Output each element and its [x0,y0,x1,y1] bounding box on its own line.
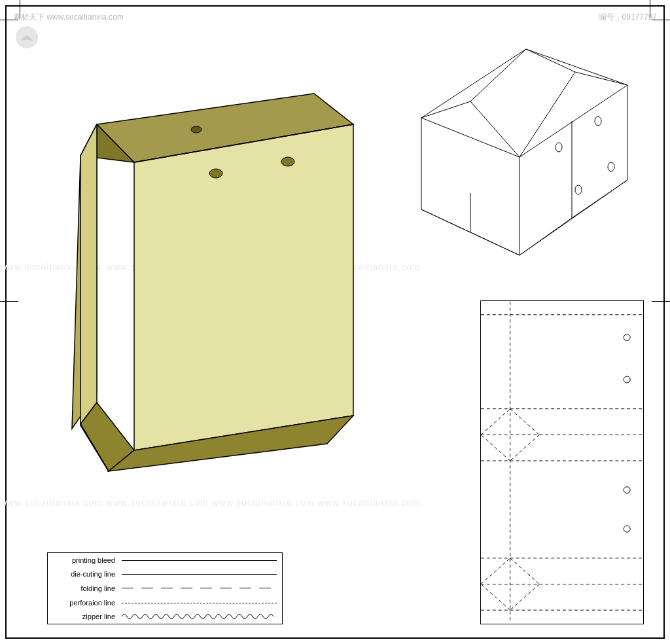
svg-point-54 [624,334,630,341]
svg-line-29 [470,232,520,255]
svg-line-46 [481,409,510,435]
svg-line-30 [520,218,572,255]
svg-line-50 [481,558,510,584]
svg-line-28 [421,209,470,232]
svg-line-23 [470,49,526,101]
legend-row: printing bleed [48,553,282,567]
svg-line-53 [481,584,510,611]
svg-line-48 [510,435,540,461]
svg-line-51 [510,558,540,584]
svg-line-27 [520,72,575,157]
svg-point-56 [624,487,630,493]
legend-box: printing bleed die-cuting line folding l… [47,552,283,624]
svg-marker-8 [134,124,353,450]
watermark-header: 素材天下 www.sucaitianxia.com 编号：09177797 [13,12,657,23]
svg-point-13 [281,157,294,166]
crop-mark [652,301,670,302]
legend-row: folding line [48,581,282,596]
svg-line-49 [481,435,510,461]
svg-line-52 [510,584,540,611]
legend-row: die-cuting line [48,567,282,582]
legend-row: zipper line [48,609,282,624]
legend-label: die-cuting line [53,570,122,578]
legend-row: perforaion line [48,596,282,610]
svg-point-57 [624,526,630,532]
svg-point-55 [624,376,630,383]
legend-line-solid [122,569,277,579]
svg-point-35 [595,116,601,126]
svg-marker-5 [80,124,97,424]
legend-line-solid [122,556,277,565]
bag-3d-colored [46,52,412,497]
watermark-id: 编号：09177797 [599,12,657,23]
svg-line-24 [526,49,575,72]
legend-label: folding line [53,584,122,592]
legend-line-dash [122,598,277,607]
bag-3d-wireframe [395,36,650,278]
watermark-logo-icon [14,25,39,50]
svg-point-36 [575,185,582,194]
svg-line-26 [470,101,520,157]
dieline-flat [480,300,644,624]
svg-line-25 [575,72,627,85]
legend-line-dash-long [122,584,277,593]
legend-label: zipper line [53,613,122,620]
svg-point-14 [191,126,202,133]
svg-point-34 [555,143,562,152]
watermark-site: 素材天下 www.sucaitianxia.com [13,12,124,23]
legend-label: perforaion line [53,599,122,607]
svg-line-22 [421,101,470,118]
legend-label: printing bleed [53,556,122,564]
svg-point-37 [608,162,614,171]
svg-marker-16 [421,49,627,157]
svg-line-47 [510,409,540,435]
legend-line-zipper [122,612,277,621]
svg-point-12 [209,169,222,178]
crop-mark [0,301,18,302]
